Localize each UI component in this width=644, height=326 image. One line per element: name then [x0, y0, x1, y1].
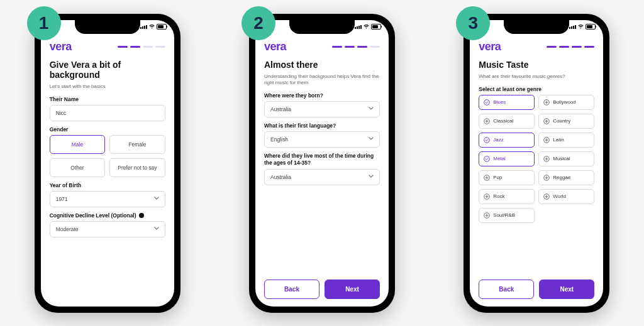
genre-label: Pop	[493, 175, 502, 180]
step-badge-2: 2	[242, 6, 275, 40]
q3-value: Australia	[270, 174, 291, 180]
check-circle-icon	[484, 156, 490, 162]
yob-value: 1971	[56, 196, 68, 202]
footer-actions: Back Next	[479, 280, 594, 299]
phone-frame-3: vera Music Taste What are their favourit…	[464, 14, 609, 313]
gender-option[interactable]: Male	[50, 135, 106, 154]
step-badge-1: 1	[27, 6, 61, 40]
screen-1: vera Give Vera a bit of background Let's…	[41, 20, 174, 307]
back-button[interactable]: Back	[479, 280, 534, 299]
genre-label: Metal	[493, 156, 506, 161]
page-title: Almost there	[264, 60, 380, 70]
content-2: vera Almost there Understanding their ba…	[255, 34, 389, 307]
wifi-icon	[364, 24, 369, 29]
decline-value: Moderate	[56, 226, 79, 232]
chevron-down-icon	[369, 107, 374, 112]
brand-logo: vera	[264, 40, 286, 53]
screen-3: vera Music Taste What are their favourit…	[470, 20, 603, 307]
genre-option[interactable]: Blues	[479, 95, 535, 110]
genre-label: Country	[553, 118, 570, 124]
genre-option[interactable]: Reggae	[538, 170, 594, 185]
yob-select[interactable]: 1971	[50, 191, 165, 207]
phone-2-wrap: 2 vera Almost there	[249, 14, 395, 313]
next-button[interactable]: Next	[539, 280, 594, 299]
stage: 1 vera Give Vera a bit	[0, 0, 644, 326]
page-subtitle: Understanding their background helps Ver…	[264, 73, 380, 87]
gender-options: MaleFemaleOtherPrefer not to say	[50, 135, 165, 177]
back-button[interactable]: Back	[264, 280, 319, 299]
chevron-down-icon	[154, 197, 159, 202]
brand-logo: vera	[479, 40, 501, 53]
genre-option[interactable]: Jazz	[479, 133, 535, 148]
chevron-down-icon	[369, 175, 374, 180]
signal-icon	[355, 25, 362, 29]
genre-label: Latin	[553, 137, 564, 143]
plus-circle-icon	[484, 118, 490, 124]
phone-3-wrap: 3 vera Music Taste	[464, 14, 609, 313]
signal-icon	[140, 25, 147, 29]
genre-option[interactable]: Classical	[479, 114, 535, 129]
genre-option[interactable]: Soul/R&B	[479, 208, 535, 223]
gender-option[interactable]: Other	[50, 158, 106, 177]
gender-option[interactable]: Female	[109, 135, 165, 154]
notch	[289, 20, 355, 34]
check-circle-icon	[484, 137, 490, 143]
content-1: vera Give Vera a bit of background Let's…	[41, 34, 174, 307]
notch	[504, 20, 569, 34]
genre-grid: BluesBollywoodClassicalCountryJazzLatinM…	[479, 95, 594, 223]
progress-bar	[332, 46, 380, 48]
battery-icon	[157, 24, 167, 30]
genre-option[interactable]: Country	[538, 114, 594, 129]
wifi-icon	[149, 24, 155, 29]
name-label: Their Name	[50, 96, 165, 102]
wifi-icon	[578, 24, 584, 29]
phone-1-wrap: 1 vera Give Vera a bit	[35, 14, 180, 313]
q1-select[interactable]: Australia	[264, 101, 380, 117]
plus-circle-icon	[543, 99, 550, 106]
q3-label: Where did they live most of the time dur…	[264, 153, 380, 166]
chevron-down-icon	[154, 227, 159, 232]
progress-bar	[118, 46, 165, 48]
plus-circle-icon	[543, 118, 550, 124]
genre-label: Jazz	[493, 137, 503, 143]
genre-label: Reggae	[553, 175, 570, 180]
battery-icon	[586, 24, 596, 30]
genre-label: Classical	[493, 118, 513, 124]
genre-option[interactable]: Latin	[538, 133, 594, 148]
check-circle-icon	[484, 99, 490, 106]
genre-label: World	[553, 193, 566, 199]
q2-select[interactable]: English	[264, 131, 380, 148]
genre-label: Rock	[493, 193, 504, 199]
q3-select[interactable]: Australia	[264, 169, 380, 185]
genre-label: Musical	[553, 156, 570, 161]
decline-select[interactable]: Moderate	[50, 221, 165, 237]
genre-option[interactable]: Pop	[479, 170, 535, 185]
q2-label: What is their first language?	[264, 122, 380, 129]
genre-option[interactable]: Metal	[479, 151, 535, 166]
q2-value: English	[270, 136, 288, 143]
yob-label: Year of Birth	[50, 182, 165, 188]
page-subtitle: Let's start with the basics	[50, 84, 165, 90]
q1-label: Where were they born?	[264, 92, 380, 99]
phone-frame-2: vera Almost there Understanding their ba…	[249, 14, 395, 313]
plus-circle-icon	[543, 137, 550, 143]
genre-option[interactable]: Bollywood	[538, 95, 594, 110]
battery-icon	[371, 24, 381, 30]
decline-label-text: Cognitive Decline Level (Optional)	[50, 212, 136, 219]
screen-2: vera Almost there Understanding their ba…	[255, 20, 389, 307]
name-value: Nicc	[56, 110, 67, 116]
genre-option[interactable]: Rock	[479, 189, 535, 204]
genre-option[interactable]: World	[538, 189, 594, 204]
decline-label: Cognitive Decline Level (Optional)	[50, 212, 165, 219]
name-input[interactable]: Nicc	[50, 105, 165, 121]
chevron-down-icon	[369, 137, 374, 142]
signal-icon	[569, 25, 576, 29]
page-title: Music Taste	[479, 60, 594, 70]
gender-option[interactable]: Prefer not to say	[109, 158, 165, 177]
plus-circle-icon	[543, 193, 550, 200]
info-icon[interactable]	[139, 213, 144, 218]
genre-option[interactable]: Musical	[538, 151, 594, 166]
notch	[75, 20, 140, 34]
next-button[interactable]: Next	[325, 280, 380, 299]
genre-label: Soul/R&B	[493, 212, 515, 218]
